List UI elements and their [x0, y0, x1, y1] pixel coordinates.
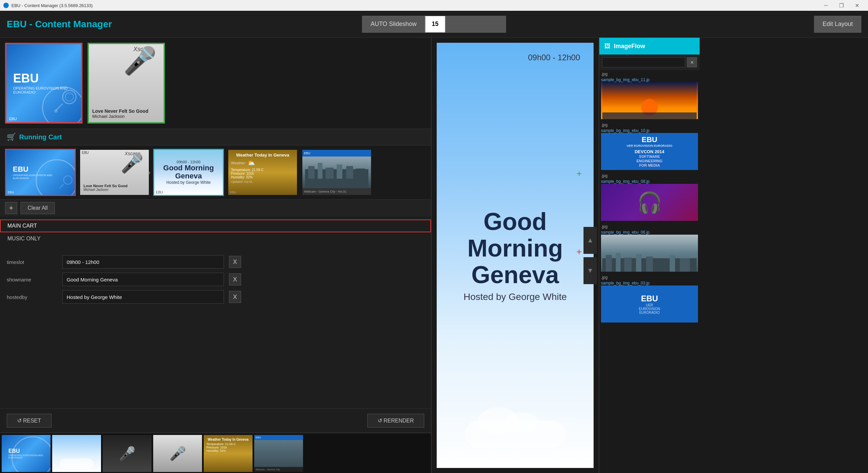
playlist-thumb-ebu[interactable]: EBU OPERATING EUROVISION AND EURORADIO E…	[5, 149, 76, 196]
hostedby-input[interactable]	[62, 290, 224, 304]
showname-input[interactable]	[62, 273, 224, 286]
playlist-row: EBU OPERATING EUROVISION AND EURORADIO E…	[0, 146, 431, 199]
slideshow-number: 15	[425, 16, 445, 33]
sunset-scene-icon	[601, 82, 698, 119]
filmstrip-item-mj-dark[interactable]: 🎤	[103, 435, 152, 472]
imageflow-search-clear[interactable]: ✕	[687, 57, 697, 67]
imageflow-item-2[interactable]: .jpg sample_bg_img_ebu_10.jp EBU UER EUR…	[601, 123, 698, 170]
ebu-bottom-label: EBU	[9, 117, 17, 121]
city-scene-icon	[601, 251, 698, 272]
app-icon	[3, 3, 9, 8]
svg-rect-9	[326, 168, 334, 179]
slideshow-controls: AUTO Slideshow 15	[362, 16, 506, 33]
city-skyline-icon	[302, 157, 371, 188]
app-header: EBU - Content Manager AUTO Slideshow 15 …	[0, 11, 868, 38]
window-controls: ─ ❐ ✕	[818, 0, 865, 11]
main-layout: EBU OPERATING EUROVISION AND EURORADIO E…	[0, 38, 868, 473]
svg-rect-10	[337, 165, 342, 179]
right-panel: 🖼 ImageFlow ✕ .jpg sample_bg_img_ebu_11.…	[599, 38, 700, 473]
imageflow-thumb-5: EBU UER EUROVISION EURORADIO	[601, 285, 698, 322]
top-thumbs-area: EBU OPERATING EUROVISION AND EURORADIO E…	[0, 38, 431, 129]
filmstrip-item-webcam[interactable]: EBU Webcam - Geneva City	[254, 435, 303, 472]
add-slide-button[interactable]: +	[577, 168, 582, 179]
filmstrip-item-clouds[interactable]	[52, 435, 101, 472]
remove-slide-button[interactable]: +	[577, 246, 582, 257]
cart-item-music[interactable]: MUSIC ONLY	[0, 232, 431, 245]
svg-rect-19	[624, 257, 632, 272]
imageflow-thumb-3: 🎧	[601, 184, 698, 221]
form-area: timeslot X showname X hostedby X	[0, 248, 431, 408]
preview-timeslot: 09h00 - 12h00	[528, 53, 580, 62]
hostedby-clear-button[interactable]: X	[229, 291, 241, 303]
svg-rect-18	[616, 253, 621, 272]
ebu-thumb-subtitle: OPERATING EUROVISION AND EURORADIO	[13, 86, 74, 94]
preview-up-button[interactable]: ▲	[584, 227, 597, 254]
filmstrip-item-ebu[interactable]: EBU OPERATING EUROVISION AND EURORADIO	[2, 435, 51, 472]
showname-clear-button[interactable]: X	[229, 273, 241, 285]
imageflow-title: ImageFlow	[614, 43, 645, 50]
playlist-thumb-webcam[interactable]: EBU	[301, 149, 372, 196]
svg-line-5	[59, 184, 64, 189]
playlist-thumb-mj[interactable]: EBU Xscape 🎤 Love Never Felt So Good Mic…	[79, 149, 150, 196]
imageflow-item-1[interactable]: .jpg sample_bg_img_ebu_11.jp	[601, 72, 698, 119]
filmstrip-item-weather[interactable]: Weather Today In Geneva Temperature: 21.…	[204, 435, 252, 472]
form-actions: ↺ RESET ↺ RERENDER	[0, 408, 431, 433]
top-thumb-ebu[interactable]: EBU OPERATING EUROVISION AND EURORADIO E…	[5, 43, 83, 124]
timeslot-clear-button[interactable]: X	[229, 256, 241, 268]
running-cart-label: Running Cart	[19, 133, 62, 141]
middle-panel: 09h00 - 12h00 Good Morning Geneva Hosted…	[431, 38, 599, 473]
form-row-showname: showname X	[7, 273, 424, 286]
preview-down-button[interactable]: ▼	[584, 257, 597, 284]
running-cart-bar: 🛒 Running Cart	[0, 129, 431, 146]
imageflow-item-4[interactable]: .jpg sample_bg_img_ebu_06.jp	[601, 224, 698, 272]
filmstrip-item-mj-bw[interactable]: 🎤	[153, 435, 202, 472]
edit-layout-button[interactable]: Edit Layout	[814, 16, 861, 33]
svg-rect-8	[318, 163, 322, 179]
preview-title: Good Morning Geneva	[437, 209, 594, 288]
timeslot-input[interactable]	[62, 255, 224, 269]
app-title: EBU - Content Manager	[7, 19, 112, 30]
restore-button[interactable]: ❐	[834, 0, 849, 11]
gmg-ebu-label: EBU	[156, 191, 163, 194]
imageflow-thumb-2: EBU UER EUROVISION EURORADIO DEVCON 2014…	[601, 133, 698, 170]
cart-item-main[interactable]: MAIN CART	[0, 220, 431, 232]
cloud-decoration	[465, 421, 566, 448]
add-button[interactable]: +	[5, 202, 17, 214]
top-thumb-mj[interactable]: Xscape 🎤 Love Never Felt So Good Michael…	[88, 43, 165, 124]
svg-rect-20	[636, 254, 642, 272]
svg-rect-21	[646, 256, 653, 272]
ebu-thumb-title: EBU	[13, 72, 39, 85]
rerender-button[interactable]: ↺ RERENDER	[367, 414, 424, 428]
satellite-icon	[51, 89, 78, 116]
svg-point-3	[54, 109, 58, 113]
svg-rect-11	[346, 166, 353, 179]
playlist-thumb-weather[interactable]: Weather Today In Geneva Weather: ⛅ Tempe…	[227, 149, 298, 196]
hostedby-label: hostedby	[7, 294, 57, 300]
form-row-timeslot: timeslot X	[7, 255, 424, 269]
showname-label: showname	[7, 277, 57, 282]
svg-rect-15	[602, 113, 696, 119]
imageflow-search-row: ✕	[599, 55, 700, 70]
imageflow-search-input[interactable]	[602, 57, 685, 67]
svg-rect-17	[606, 255, 612, 272]
svg-point-0	[63, 90, 76, 104]
imageflow-thumb-4	[601, 235, 698, 272]
gmg-timeslot-small: 09h00 - 12h00	[177, 160, 201, 164]
left-panel: EBU OPERATING EUROVISION AND EURORADIO E…	[0, 38, 431, 473]
svg-rect-7	[308, 166, 314, 179]
playlist-thumb-gmg[interactable]: 09h00 - 12h00 Good MorningGeneva Hosted …	[153, 149, 224, 196]
svg-rect-23	[670, 255, 675, 272]
minimize-button[interactable]: ─	[818, 0, 834, 11]
imageflow-icon: 🖼	[604, 43, 611, 50]
svg-rect-12	[355, 169, 365, 179]
imageflow-item-3[interactable]: .jpg sample_bg_img_ebu_08.jp 🎧	[601, 174, 698, 221]
satellite-small-icon	[56, 175, 73, 192]
window-title: EBU - Content Manager (3.5.5689.26133)	[11, 3, 93, 8]
mj-caption: Love Never Felt So Good Michael Jackson	[92, 108, 148, 119]
clear-all-button[interactable]: Clear All	[21, 202, 55, 214]
auto-slideshow-button[interactable]: AUTO Slideshow	[362, 16, 425, 33]
imageflow-item-5[interactable]: .jpg sample_bg_img_ebu_03.jp EBU UER EUR…	[601, 275, 698, 322]
form-row-hostedby: hostedby X	[7, 290, 424, 304]
close-button[interactable]: ✕	[849, 0, 865, 11]
reset-button[interactable]: ↺ RESET	[7, 414, 52, 428]
